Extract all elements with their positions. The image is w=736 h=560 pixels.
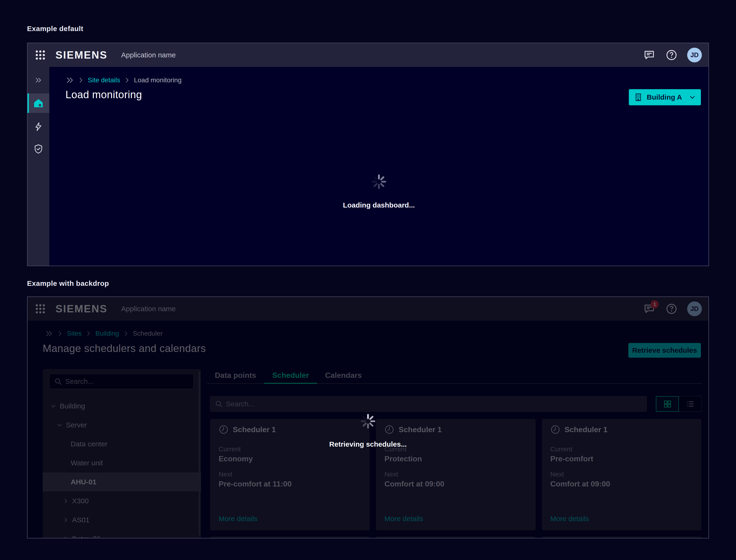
breadcrumb: Site details Load monitoring — [66, 76, 182, 84]
siemens-logo: SIEMENS — [56, 49, 107, 61]
spinner-icon — [361, 414, 375, 429]
example1-content: Site details Load monitoring Load monito… — [49, 67, 708, 266]
breadcrumb-root-icon[interactable] — [66, 77, 74, 83]
app-name: Application name — [121, 51, 176, 59]
sidebar-item-security[interactable] — [28, 139, 49, 159]
loading-indicator: Loading dashboard... — [49, 174, 708, 209]
user-avatar[interactable]: JD — [687, 48, 702, 62]
feedback-button[interactable] — [643, 48, 656, 62]
loading-text: Retrieving schedules... — [329, 440, 407, 448]
site-selector-label: Building A — [647, 93, 682, 101]
grid-dots-icon — [35, 50, 46, 60]
loading-backdrop: Retrieving schedules... — [28, 297, 708, 538]
shield-check-icon — [33, 144, 43, 154]
feedback-icon — [643, 49, 655, 61]
example1-app-window: SIEMENS Application name JD — [27, 43, 709, 266]
sidebar-item-energy[interactable] — [28, 117, 49, 136]
breadcrumb-link-site-details[interactable]: Site details — [88, 76, 120, 84]
example2-label: Example with backdrop — [27, 279, 109, 287]
example2-app-window: SIEMENS Application name 1 — [27, 296, 709, 538]
design-doc-page: Example default SIEMENS Application name — [0, 0, 736, 560]
app-switcher-button[interactable] — [33, 48, 47, 62]
header-actions: JD — [643, 48, 702, 62]
lightning-icon — [34, 121, 43, 132]
breadcrumb-current: Load monitoring — [134, 76, 182, 84]
loading-text: Loading dashboard... — [343, 201, 415, 209]
home-icon — [33, 98, 44, 109]
spinner-icon — [371, 174, 386, 189]
chevron-down-icon — [689, 94, 696, 101]
sidebar-expand-button[interactable] — [28, 70, 49, 90]
site-selector-button[interactable]: Building A — [629, 89, 701, 105]
icon-sidebar — [28, 67, 49, 266]
help-button[interactable] — [665, 48, 678, 62]
loading-indicator: Retrieving schedules... — [28, 414, 708, 448]
example1-label: Example default — [27, 25, 84, 33]
chevron-separator-icon — [79, 77, 83, 83]
help-icon — [666, 49, 677, 61]
sidebar-item-home[interactable] — [28, 93, 49, 113]
building-icon — [634, 93, 643, 102]
double-chevron-right-icon — [34, 76, 43, 84]
chevron-separator-icon — [125, 77, 129, 83]
page-title: Load monitoring — [65, 89, 142, 101]
app-header: SIEMENS Application name JD — [28, 43, 708, 67]
